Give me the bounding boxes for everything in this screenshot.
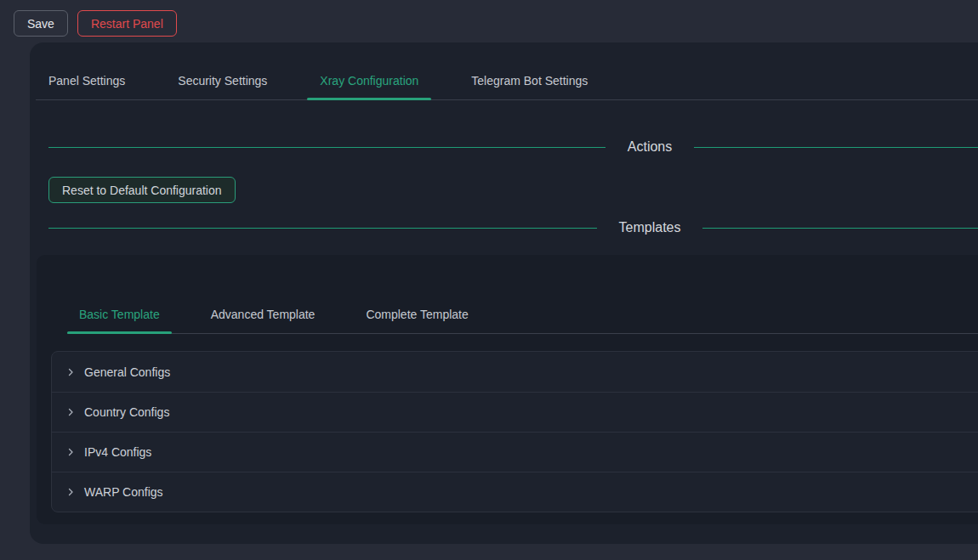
collapse-label: WARP Configs [84, 485, 163, 499]
tab-complete-template[interactable]: Complete Template [354, 297, 480, 333]
templates-card: Basic Template Advanced Template Complet… [37, 255, 978, 524]
reset-default-configuration-button[interactable]: Reset to Default Configuration [48, 177, 236, 203]
collapse-header-warp-configs[interactable]: WARP Configs [52, 472, 978, 512]
tab-security-settings[interactable]: Security Settings [165, 63, 280, 99]
tab-basic-template[interactable]: Basic Template [67, 297, 172, 333]
restart-panel-button[interactable]: Restart Panel [77, 10, 177, 37]
tab-xray-configuration[interactable]: Xray Configuration [307, 63, 431, 99]
chevron-right-icon [65, 487, 76, 497]
chevron-right-icon [65, 447, 76, 457]
chevron-right-icon [65, 367, 76, 377]
save-button[interactable]: Save [14, 10, 68, 37]
templates-divider: Templates [48, 217, 978, 239]
actions-divider-title: Actions [606, 139, 694, 155]
collapse-label: Country Configs [84, 405, 169, 419]
tab-telegram-bot-settings[interactable]: Telegram Bot Settings [458, 63, 600, 99]
collapse-header-country-configs[interactable]: Country Configs [52, 392, 978, 432]
actions-divider: Actions [48, 136, 978, 158]
actions-row: Reset to Default Configuration [48, 177, 978, 203]
collapse-label: General Configs [84, 365, 170, 379]
collapse-label: IPv4 Configs [84, 445, 151, 459]
topbar: Save Restart Panel [0, 0, 978, 42]
chevron-right-icon [65, 407, 76, 417]
settings-tabs: Panel Settings Security Settings Xray Co… [36, 42, 978, 100]
collapse-header-general-configs[interactable]: General Configs [52, 352, 978, 392]
collapse-header-ipv4-configs[interactable]: IPv4 Configs [52, 432, 978, 472]
tab-panel-settings[interactable]: Panel Settings [36, 63, 138, 99]
template-tabs: Basic Template Advanced Template Complet… [67, 297, 978, 334]
templates-divider-title: Templates [597, 220, 703, 235]
settings-card: Panel Settings Security Settings Xray Co… [30, 42, 978, 544]
config-collapse-list: General Configs Country Configs IPv4 Con… [51, 351, 978, 512]
tab-advanced-template[interactable]: Advanced Template [199, 297, 327, 333]
